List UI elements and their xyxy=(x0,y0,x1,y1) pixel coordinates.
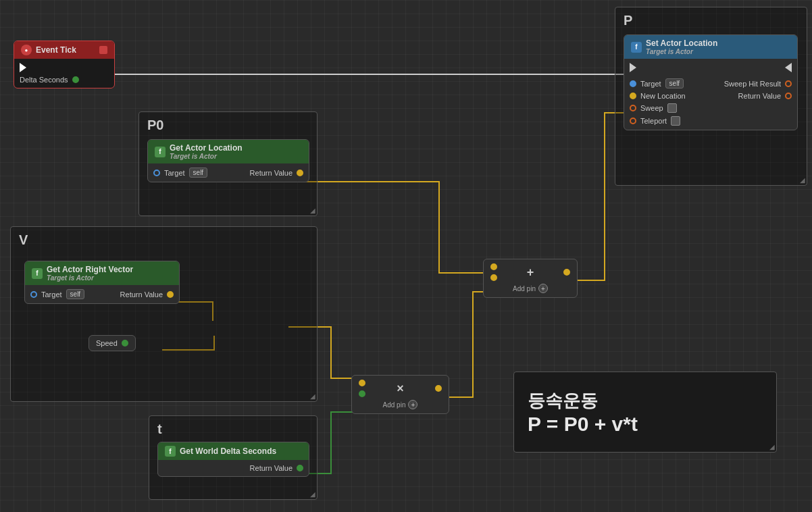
sal-sweep-row: Sweep xyxy=(630,103,792,113)
mul2-add-pin-btn[interactable]: + xyxy=(408,400,417,409)
gal-subtitle: Target is Actor xyxy=(170,153,243,160)
event-tick-title: Event Tick xyxy=(36,45,76,55)
gal-target-row: Target self Return Value xyxy=(153,168,303,178)
set-actor-location-node: f Set Actor Location Target is Actor Tar… xyxy=(624,34,798,130)
formula-box: 등속운동 P = P0 + v*t xyxy=(513,372,777,453)
garv-target-label: Target xyxy=(41,290,62,299)
sal-target-pin xyxy=(630,80,636,87)
p0-label: P0 xyxy=(147,118,163,133)
speed-node: Speed xyxy=(88,335,136,351)
get-world-delta-seconds-node: f Get World Delta Seconds Return Value xyxy=(157,442,309,477)
garv-return-label: Return Value xyxy=(120,290,163,299)
add-in1-pin xyxy=(490,263,497,270)
sal-sweep-pin xyxy=(630,105,636,111)
p-container: P f Set Actor Location Target is Actor T… xyxy=(615,7,807,186)
event-tick-body: Delta Seconds xyxy=(14,59,114,88)
sal-sweep-label: Sweep xyxy=(640,104,663,112)
sal-subtitle: Target is Actor xyxy=(646,48,717,55)
gwds-header: f Get World Delta Seconds xyxy=(158,442,309,460)
add-pin-label: Add pin xyxy=(513,285,536,292)
v-container: V f Get Actor Right Vector Target is Act… xyxy=(10,226,318,402)
mul2-symbol: × xyxy=(397,382,404,396)
gal-return-label: Return Value xyxy=(250,169,293,177)
sal-header: f Set Actor Location Target is Actor xyxy=(624,35,797,59)
sal-title: Set Actor Location xyxy=(646,39,717,48)
garv-subtitle: Target is Actor xyxy=(47,274,133,282)
sal-new-location-label: New Location xyxy=(640,92,686,100)
gwds-body: Return Value xyxy=(158,460,309,476)
sal-teleport-row: Teleport xyxy=(630,116,792,126)
formula-resize xyxy=(767,442,775,451)
v-resize xyxy=(307,392,315,400)
gal-title-block: Get Actor Location Target is Actor xyxy=(170,143,243,160)
gal-return-pin xyxy=(297,170,303,176)
gwds-return-label: Return Value xyxy=(250,464,293,472)
tick-indicator xyxy=(99,46,107,54)
func-icon-sal: f xyxy=(631,42,642,53)
sal-sweep-hit-pin xyxy=(785,80,792,87)
sal-teleport-checkbox[interactable] xyxy=(671,116,680,126)
gal-target-label: Target xyxy=(164,169,185,177)
v-label: V xyxy=(19,232,28,248)
event-tick-header: ● Event Tick xyxy=(14,41,114,59)
sal-teleport-pin xyxy=(630,118,636,124)
speed-pin xyxy=(122,340,128,347)
speed-label: Speed xyxy=(96,339,118,347)
garv-header: f Get Actor Right Vector Target is Actor xyxy=(25,261,179,285)
mul2-out-pin xyxy=(435,385,442,392)
gal-body: Target self Return Value xyxy=(148,163,309,182)
gwds-return-pin xyxy=(297,465,303,471)
mul2-add-pin-row[interactable]: Add pin + xyxy=(383,400,418,409)
exec-out-row xyxy=(20,63,109,72)
get-actor-right-vector-node: f Get Actor Right Vector Target is Actor… xyxy=(24,261,180,304)
add-symbol: + xyxy=(527,265,534,280)
func-icon-gwds: f xyxy=(165,446,176,457)
p-label: P xyxy=(624,13,632,28)
add-node: + Add pin + xyxy=(483,259,578,298)
gal-self-badge: self xyxy=(189,168,208,178)
p0-container: P0 f Get Actor Location Target is Actor … xyxy=(138,111,318,216)
sal-target-row: Target self Sweep Hit Result xyxy=(630,78,792,88)
sal-target-label: Target xyxy=(640,80,661,88)
sal-new-location-pin xyxy=(630,93,636,99)
event-icon: ● xyxy=(21,45,32,55)
add-pin-row[interactable]: Add pin + xyxy=(513,284,548,293)
garv-title-block: Get Actor Right Vector Target is Actor xyxy=(47,265,133,282)
sal-body: Target self Sweep Hit Result New Locatio… xyxy=(624,59,797,130)
p0-resize xyxy=(307,206,315,214)
event-tick-node: ● Event Tick Delta Seconds xyxy=(14,41,115,88)
sal-title-block: Set Actor Location Target is Actor xyxy=(646,39,717,55)
get-actor-location-node: f Get Actor Location Target is Actor Tar… xyxy=(147,139,309,182)
gwds-title: Get World Delta Seconds xyxy=(180,446,276,456)
delta-seconds-pin xyxy=(72,76,79,83)
sal-exec-out xyxy=(785,63,792,72)
sal-new-location-row: New Location Return Value xyxy=(630,92,792,100)
gwds-return-row: Return Value xyxy=(163,464,303,472)
delta-seconds-row: Delta Seconds xyxy=(20,76,109,84)
t-label: t xyxy=(157,421,162,437)
exec-out-pin xyxy=(20,63,26,72)
sal-return-label: Return Value xyxy=(738,92,781,100)
mul2-in1-pin xyxy=(359,380,365,386)
sal-exec-row xyxy=(630,63,792,72)
func-icon-gal: f xyxy=(155,147,166,157)
formula-line1: 등속운동 xyxy=(528,389,763,413)
sal-exec-in xyxy=(630,63,636,72)
formula-line2: P = P0 + v*t xyxy=(528,413,763,436)
mul2-add-pin-label: Add pin xyxy=(383,401,406,409)
sal-teleport-label: Teleport xyxy=(640,117,667,125)
add-out-pin xyxy=(563,269,570,276)
add-pin-btn[interactable]: + xyxy=(538,284,548,293)
garv-target-row: Target self Return Value xyxy=(30,289,174,299)
garv-return-pin xyxy=(167,291,174,298)
gal-title: Get Actor Location xyxy=(170,143,243,153)
sal-sweep-checkbox[interactable] xyxy=(667,103,677,113)
multiply-node-2: × Add pin + xyxy=(351,375,449,414)
sal-return-pin xyxy=(785,93,792,99)
mul2-in2-pin xyxy=(359,390,365,397)
delta-seconds-label: Delta Seconds xyxy=(20,76,68,84)
p-resize xyxy=(797,176,805,184)
garv-body: Target self Return Value xyxy=(25,285,179,303)
gal-target-pin xyxy=(153,170,160,176)
garv-target-pin xyxy=(30,291,37,298)
